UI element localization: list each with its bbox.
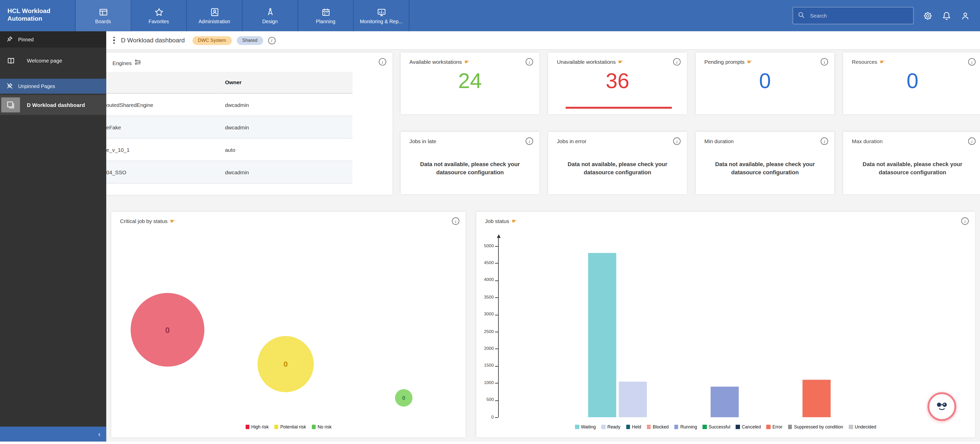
nav-tab-boards[interactable]: Boards (76, 0, 131, 31)
app-title-line1: HCL Workload (7, 7, 75, 15)
kebab-menu-icon[interactable] (112, 35, 116, 45)
engine-name-cell: e_v_10_1 (104, 138, 220, 161)
sidebar-item-welcome-page[interactable]: Welcome page (0, 51, 106, 70)
available-workstations-value[interactable]: 24 (401, 69, 539, 93)
nav-tab-label: Administration (199, 18, 230, 24)
legend-item: Blocked (647, 424, 669, 430)
pointer-icon: ☛ (747, 59, 752, 65)
pinned-label: Pinned (18, 36, 34, 42)
kpi-title-text: Jobs in late (409, 138, 436, 144)
unavailable-underline (566, 107, 672, 109)
monitoring-icon (377, 7, 386, 17)
unpinned-section-header[interactable]: Unpinned Pages (0, 79, 106, 94)
kpi-title-text: Available workstations (409, 59, 461, 65)
no-data-message: Data not available, please check your da… (408, 160, 532, 177)
nav-tab-monitoring[interactable]: Monitoring & Rep... (354, 0, 409, 31)
card-info-icon[interactable]: i (968, 137, 975, 145)
resources-card: Resources☛ i 0 (843, 52, 980, 114)
unpinned-label: Unpinned Pages (18, 84, 55, 89)
owner-column-header[interactable]: Owner (220, 72, 353, 93)
app-logo[interactable]: HCL Workload Automation (0, 0, 75, 31)
legend-swatch (647, 425, 651, 429)
shared-info-icon[interactable]: i (268, 36, 275, 44)
critical-bubble-area: 000 (111, 212, 466, 438)
pending-prompts-value[interactable]: 0 (695, 69, 834, 93)
search-input[interactable] (809, 12, 899, 19)
nav-tab-design[interactable]: Design (243, 0, 298, 31)
bar-running (711, 386, 739, 417)
engine-row[interactable]: outedSharedEngine dwcadmin (104, 94, 352, 116)
y-tick (495, 263, 498, 263)
jobs-in-error-card: Jobs in error i Data not available, plea… (548, 132, 687, 194)
kpi-card-title: Available workstations☛ (401, 52, 539, 65)
legend-item: No risk (312, 424, 331, 430)
engine-row[interactable]: eFake dwcadmin (104, 116, 352, 138)
nav-tab-planning[interactable]: Planning (298, 0, 354, 31)
welcome-book-icon (0, 57, 21, 65)
unavailable-workstations-value[interactable]: 36 (548, 69, 687, 93)
notifications-bell-icon[interactable] (942, 11, 951, 21)
card-info-icon[interactable]: i (968, 58, 975, 66)
nav-tab-label: Boards (95, 18, 111, 24)
card-info-icon[interactable]: i (673, 137, 681, 145)
sidebar-item-label: D Workload dashboard (27, 102, 85, 108)
engines-header-row: Owner (104, 72, 352, 93)
engine-name-column-header[interactable] (104, 72, 220, 93)
pinned-section-header[interactable]: Pinned (0, 31, 106, 48)
nav-tab-favorites[interactable]: Favorites (131, 0, 187, 31)
card-info-icon[interactable]: i (526, 137, 533, 145)
kpi-title-text: Pending prompts (705, 59, 745, 65)
user-account-icon[interactable] (961, 11, 970, 21)
engine-name-cell: eFake (104, 116, 220, 138)
job-status-card: Job status ☛ i 0500100015002000250030003… (476, 212, 975, 438)
card-info-icon[interactable]: i (821, 58, 828, 66)
card-info-icon[interactable]: i (673, 58, 681, 66)
y-tick (495, 349, 498, 349)
card-info-icon[interactable]: i (526, 58, 533, 66)
engine-row[interactable]: e_v_10_1 auto (104, 138, 352, 161)
sidebar-item-workload-dashboard[interactable]: D Workload dashboard (0, 95, 106, 115)
legend-item: Suppressed by condition (788, 424, 843, 430)
nav-tab-administration[interactable]: Administration (187, 0, 243, 31)
nav-tab-label: Favorites (148, 18, 169, 24)
engine-name-cell: 04_SSO (104, 161, 220, 183)
engines-icon (134, 59, 141, 67)
collapse-chevron-icon: ‹ (98, 430, 100, 438)
legend-item: Ready (601, 424, 620, 430)
y-tick-label: 1500 (476, 363, 494, 368)
boards-icon (99, 7, 108, 17)
shared-badge: Shared (237, 36, 263, 44)
planning-icon (321, 7, 331, 17)
chatbot-button[interactable] (928, 392, 956, 421)
kpi-title-text: Max duration (852, 138, 883, 144)
no-data-message: Data not available, please check your da… (703, 160, 827, 177)
screen: HCL Workload Automation Boards Favorites… (0, 0, 980, 444)
min-duration-card: Min duration i Data not available, pleas… (695, 132, 834, 194)
settings-gear-icon[interactable] (923, 11, 932, 21)
legend-swatch (675, 425, 678, 429)
card-info-icon[interactable]: i (821, 137, 828, 145)
search-icon (797, 10, 805, 21)
legend-item: Potential risk (274, 424, 306, 430)
legend-swatch (788, 425, 792, 429)
kpi-title-text: Resources (852, 59, 877, 65)
sidebar-collapse-bar[interactable]: ‹ (0, 427, 106, 442)
legend-swatch (245, 425, 250, 429)
jobs-in-late-card: Jobs in late i Data not available, pleas… (401, 132, 539, 194)
resources-value[interactable]: 0 (843, 69, 980, 93)
y-tick (495, 281, 498, 281)
engines-info-icon[interactable]: i (379, 58, 386, 66)
nav-tab-label: Design (262, 18, 278, 24)
legend-item: Undecided (849, 424, 876, 430)
engine-name-cell: outedSharedEngine (104, 94, 220, 116)
legend-swatch (767, 425, 771, 429)
engines-table: Owner outedSharedEngine dwcadmin eFake d… (104, 72, 352, 184)
y-tick (495, 400, 498, 401)
sidebar-item-label: Welcome page (27, 57, 62, 63)
engine-row[interactable]: 04_SSO dwcadmin (104, 161, 352, 183)
kpi-title-text: Unavailable workstations (557, 59, 616, 65)
nav-tab-label: Planning (316, 18, 335, 24)
bubble-potential-risk: 0 (258, 336, 313, 392)
engine-owner-cell: dwcadmin (220, 94, 353, 116)
legend-swatch (736, 425, 740, 429)
